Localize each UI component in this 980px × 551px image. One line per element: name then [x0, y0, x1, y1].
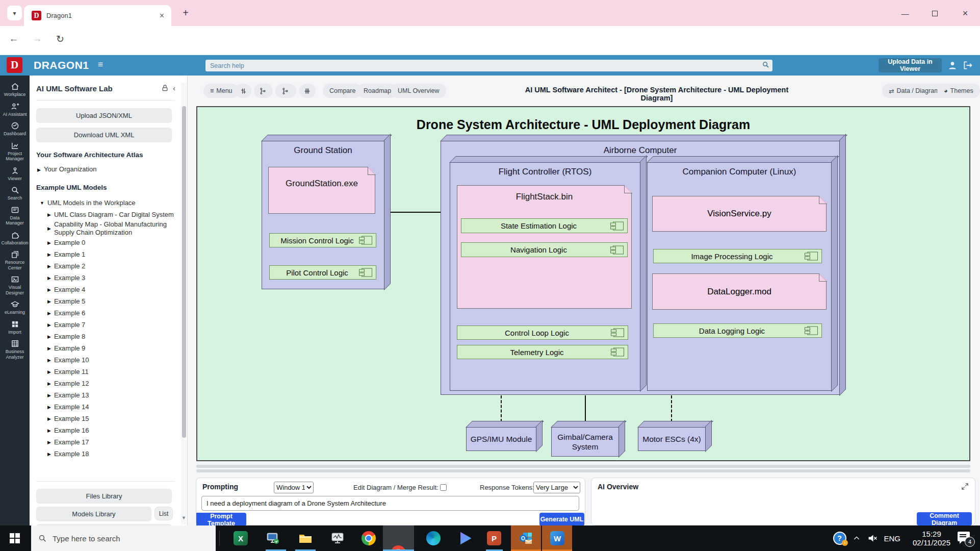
- help-search-input[interactable]: [205, 60, 772, 71]
- expand-arrow-icon[interactable]: ▶: [47, 321, 51, 329]
- expand-arrow-icon[interactable]: ▶: [47, 333, 51, 341]
- files-library-button[interactable]: Files Library: [36, 489, 172, 504]
- artifact-datalogger-mod[interactable]: DataLogger.mod: [652, 273, 827, 310]
- filter-tool-button[interactable]: [299, 84, 316, 98]
- expand-arrow-icon[interactable]: ▶: [47, 391, 51, 399]
- collapse-sidebar-icon[interactable]: ‹: [173, 84, 175, 92]
- tree-item-example-11[interactable]: ▶Example 11: [30, 366, 178, 378]
- compare-button[interactable]: Compare: [323, 84, 362, 98]
- window-minimize-button[interactable]: —: [899, 7, 911, 19]
- component-data-logging-logic[interactable]: Data Logging Logic: [653, 323, 822, 338]
- hierarchy-tool-button[interactable]: [254, 84, 273, 98]
- node-ground-station[interactable]: Ground Station GroundStation.exe Mission…: [262, 141, 384, 289]
- tree-item-uml-class-diagram-car-digital-system[interactable]: ▶UML Class Diagram - Car Digital System: [30, 209, 178, 220]
- forward-icon[interactable]: →: [30, 33, 44, 44]
- component-control-loop-logic[interactable]: Control Loop Logic: [457, 325, 628, 340]
- expand-icon[interactable]: [961, 483, 969, 490]
- language-indicator[interactable]: ENG: [884, 534, 901, 543]
- expand-arrow-icon[interactable]: ▶: [47, 450, 51, 458]
- splitter-bar[interactable]: [196, 465, 970, 468]
- rail-item-collaboration[interactable]: Collaboration: [0, 231, 30, 246]
- expand-arrow-icon[interactable]: ▶: [47, 368, 51, 376]
- prompt-input[interactable]: [201, 496, 579, 511]
- node-airborne-computer[interactable]: Airborne Computer Flight Controller (RTO…: [441, 141, 840, 395]
- dragon1-logo[interactable]: D: [7, 57, 22, 73]
- expand-arrow-icon[interactable]: ▶: [47, 415, 51, 423]
- hamburger-menu-icon[interactable]: ≡: [98, 60, 103, 70]
- tree-item-example-4[interactable]: ▶Example 4: [30, 284, 178, 295]
- word-icon[interactable]: W: [550, 531, 564, 545]
- rail-item-ai-assistant[interactable]: AI Assistant: [0, 102, 30, 117]
- system-monitor-icon[interactable]: [330, 531, 345, 545]
- new-tab-button[interactable]: +: [179, 7, 192, 19]
- notification-center-icon[interactable]: 4: [958, 532, 973, 545]
- edge-icon[interactable]: [426, 531, 441, 545]
- node-gps-imu-module[interactable]: GPS/IMU Module: [466, 427, 536, 451]
- uml-overview-button[interactable]: UML Overview: [391, 84, 446, 98]
- expand-arrow-icon[interactable]: ▼: [40, 199, 44, 207]
- tree-item-example-3[interactable]: ▶Example 3: [30, 272, 178, 284]
- tree-item-example-18[interactable]: ▶Example 18: [30, 448, 178, 460]
- sidebar-scrollbar[interactable]: ▼: [181, 83, 187, 524]
- expand-arrow-icon[interactable]: ▶: [47, 239, 51, 247]
- rail-item-import[interactable]: Import: [0, 320, 30, 335]
- list-view-button[interactable]: List: [154, 507, 173, 520]
- rail-item-workplace[interactable]: Workplace: [0, 82, 30, 97]
- menu-button[interactable]: ≡Menu: [203, 84, 239, 98]
- help-search-icon[interactable]: [762, 61, 769, 68]
- node-flight-controller[interactable]: Flight Controller (RTOS) FlightStack.bin…: [450, 162, 640, 391]
- back-icon[interactable]: ←: [7, 33, 21, 44]
- node-companion-computer[interactable]: Companion Computer (Linux) VisionService…: [647, 162, 832, 391]
- expand-arrow-icon[interactable]: ▶: [47, 344, 51, 353]
- taskbar-clock[interactable]: 15:29 02/11/2025: [913, 530, 950, 547]
- rail-item-dashboard[interactable]: Dashboard: [0, 121, 30, 137]
- align-tool-button[interactable]: [236, 84, 251, 98]
- comment-diagram-button[interactable]: Comment Diagram: [917, 512, 972, 525]
- tree-item-example-8[interactable]: ▶Example 8: [30, 331, 178, 342]
- component-image-processing-logic[interactable]: Image Processing Logic: [653, 249, 822, 263]
- tree-item-uml-models-in-the-workplace[interactable]: ▼UML Models in the Workplace: [30, 197, 178, 209]
- triangle-app-icon[interactable]: [458, 531, 472, 545]
- outlook-icon[interactable]: O: [519, 531, 533, 545]
- tree-item-example-2[interactable]: ▶Example 2: [30, 260, 178, 272]
- rail-item-data-manager[interactable]: Data Manager: [0, 206, 30, 226]
- window-maximize-button[interactable]: [929, 7, 941, 19]
- tree-item-example-7[interactable]: ▶Example 7: [30, 319, 178, 331]
- edit-merge-checkbox[interactable]: [440, 484, 447, 491]
- tree-item-example-1[interactable]: ▶Example 1: [30, 248, 178, 260]
- tree-item-example-17[interactable]: ▶Example 17: [30, 436, 178, 448]
- excel-icon[interactable]: X: [234, 531, 248, 545]
- component-mission-control-logic[interactable]: Mission Control Logic: [269, 233, 376, 247]
- data-diagram-toggle-button[interactable]: ⇄Data / Diagram: [882, 84, 946, 98]
- artifact-flightstack-bin[interactable]: FlightStack.bin State Estimation Logic N…: [457, 185, 632, 309]
- tree-item-example-15[interactable]: ▶Example 15: [30, 413, 178, 424]
- tree-item-example-6[interactable]: ▶Example 6: [30, 307, 178, 319]
- tree-item-example-14[interactable]: ▶Example 14: [30, 401, 178, 413]
- expand-arrow-icon[interactable]: ▶: [47, 274, 51, 282]
- logout-icon[interactable]: [963, 60, 973, 70]
- browser-tab[interactable]: D Dragon1 ×: [24, 5, 171, 26]
- node-gimbal-camera-system[interactable]: Gimbal/Camera System: [551, 427, 619, 457]
- artifact-groundstation-exe[interactable]: GroundStation.exe: [268, 167, 375, 214]
- tree-item-your-organization[interactable]: ▶Your Organization: [37, 165, 97, 173]
- lock-icon[interactable]: [161, 84, 169, 92]
- rail-item-visual-designer[interactable]: Visual Designer: [0, 275, 30, 295]
- tab-search-chevron-icon[interactable]: ▾: [7, 6, 22, 20]
- taskbar-search-box[interactable]: Type here to search: [31, 525, 216, 551]
- node-motor-escs[interactable]: Motor ESCs (4x): [638, 427, 706, 451]
- chrome-icon[interactable]: [362, 531, 376, 545]
- rail-item-business-analyzer[interactable]: Business Analyzer: [0, 339, 30, 360]
- tab-close-icon[interactable]: ×: [160, 11, 164, 20]
- tree-item-example-5[interactable]: ▶Example 5: [30, 295, 178, 307]
- expand-arrow-icon[interactable]: ▶: [47, 224, 51, 233]
- tree-item-capability-map-global-manufacturing-supp[interactable]: ▶Capability Map - Global Manufacturing S…: [30, 220, 178, 237]
- download-uml-xml-button[interactable]: Download UML XML: [36, 128, 172, 142]
- rail-item-elearning[interactable]: eLearning: [0, 300, 30, 315]
- tree-item-example-10[interactable]: ▶Example 10: [30, 354, 178, 366]
- expand-arrow-icon[interactable]: ▶: [47, 297, 51, 306]
- component-state-estimation-logic[interactable]: State Estimation Logic: [461, 218, 628, 233]
- expand-arrow-icon[interactable]: ▶: [47, 438, 51, 446]
- component-pilot-control-logic[interactable]: Pilot Control Logic: [269, 265, 376, 280]
- expand-arrow-icon[interactable]: ▶: [47, 380, 51, 388]
- response-tokens-select[interactable]: Very Large: [533, 482, 580, 493]
